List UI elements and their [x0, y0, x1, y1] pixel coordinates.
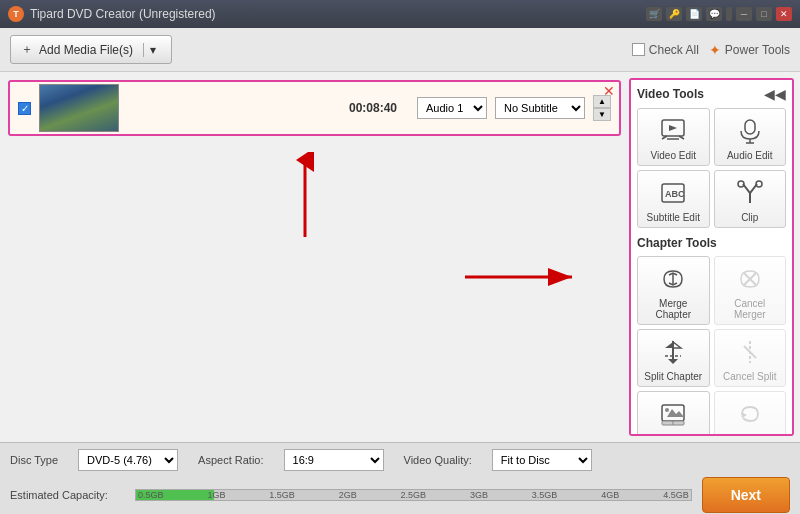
tick-5: 3GB: [470, 490, 488, 500]
video-tools-header: Video Tools ◀◀: [637, 86, 786, 102]
media-item: ✓ 00:08:40 Audio 1 No Subtitle ▲ ▼ ✕: [8, 80, 621, 136]
subtitle-edit-label: Subtitle Edit: [647, 212, 700, 223]
main-content: ＋ Add Media File(s) ▾ Check All ✦ Power …: [0, 28, 800, 514]
clip-label: Clip: [741, 212, 758, 223]
cancel-split-icon: [734, 336, 766, 368]
right-arrow-svg: [460, 267, 580, 287]
tools-collapse-button[interactable]: ◀◀: [764, 86, 786, 102]
capacity-bar: 0.5GB 1GB 1.5GB 2GB 2.5GB 3GB 3.5GB 4GB …: [135, 489, 692, 501]
close-button[interactable]: ✕: [776, 7, 792, 21]
doc-icon[interactable]: 📄: [686, 7, 702, 21]
toolbar: ＋ Add Media File(s) ▾ Check All ✦ Power …: [0, 28, 800, 72]
svg-rect-8: [745, 120, 755, 134]
split-chapter-label: Split Chapter: [644, 371, 702, 382]
tick-3: 2GB: [339, 490, 357, 500]
cancel-split-btn[interactable]: Cancel Split: [714, 329, 787, 387]
video-tools-grid: Video Edit Audio Edit: [637, 108, 786, 228]
thumbnail-setting-icon: [657, 398, 689, 430]
media-thumbnail: [39, 84, 119, 132]
add-icon: ＋: [21, 41, 33, 58]
minimize-button[interactable]: ─: [736, 7, 752, 21]
thumbnail-setting-label: Thumbnail Setting: [642, 433, 705, 436]
audio-edit-label: Audio Edit: [727, 150, 773, 161]
video-edit-btn[interactable]: Video Edit: [637, 108, 710, 166]
disc-type-label: Disc Type: [10, 454, 58, 466]
add-media-button[interactable]: ＋ Add Media File(s) ▾: [10, 35, 172, 64]
add-media-dropdown-arrow[interactable]: ▾: [143, 43, 161, 57]
video-edit-icon: [657, 115, 689, 147]
svg-marker-21: [673, 342, 681, 348]
reset-all-label: Reset All: [730, 433, 769, 436]
cancel-split-label: Cancel Split: [723, 371, 776, 382]
tools-panel: Video Tools ◀◀ Video Edit: [629, 78, 794, 436]
svg-point-28: [665, 408, 669, 412]
window-controls: 🛒 🔑 📄 💬 ─ □ ✕: [646, 7, 792, 21]
video-quality-select[interactable]: Fit to Disc: [492, 449, 592, 471]
reset-all-icon: [734, 398, 766, 430]
add-media-label: Add Media File(s): [39, 43, 133, 57]
capacity-label: Estimated Capacity:: [10, 489, 125, 501]
clip-btn[interactable]: Clip: [714, 170, 787, 228]
settings-row: Disc Type DVD-5 (4.76) Aspect Ratio: 16:…: [10, 449, 790, 471]
aspect-ratio-select[interactable]: 16:9: [284, 449, 384, 471]
media-close-button[interactable]: ✕: [603, 84, 615, 98]
audio-edit-btn[interactable]: Audio Edit: [714, 108, 787, 166]
merge-chapter-label: Merge Chapter: [642, 298, 705, 320]
media-down-button[interactable]: ▼: [593, 108, 611, 121]
svg-marker-31: [741, 412, 747, 418]
merge-chapter-icon: [657, 263, 689, 295]
aspect-ratio-label: Aspect Ratio:: [198, 454, 263, 466]
power-tools-label: Power Tools: [725, 43, 790, 57]
cancel-merger-label: Cancel Merger: [719, 298, 782, 320]
tick-6: 3.5GB: [532, 490, 558, 500]
svg-marker-27: [667, 409, 684, 417]
merge-chapter-btn[interactable]: Merge Chapter: [637, 256, 710, 325]
disc-type-select[interactable]: DVD-5 (4.76): [78, 449, 178, 471]
capacity-ticks: 0.5GB 1GB 1.5GB 2GB 2.5GB 3GB 3.5GB 4GB …: [136, 490, 691, 500]
check-all-checkbox[interactable]: [632, 43, 645, 56]
power-tools-icon: ✦: [709, 42, 721, 58]
app-icon: T: [8, 6, 24, 22]
svg-marker-23: [668, 359, 678, 364]
arrow-up-indicator: [295, 152, 315, 245]
split-chapter-icon: [657, 336, 689, 368]
split-chapter-btn[interactable]: Split Chapter: [637, 329, 710, 387]
tick-0: 0.5GB: [138, 490, 164, 500]
chapter-tools-grid: Merge Chapter Cancel Merger: [637, 256, 786, 436]
cancel-merger-btn[interactable]: Cancel Merger: [714, 256, 787, 325]
capacity-row: Estimated Capacity: 0.5GB 1GB 1.5GB 2GB …: [10, 477, 790, 513]
titlebar: T Tipard DVD Creator (Unregistered) 🛒 🔑 …: [0, 0, 800, 28]
media-item-checkbox[interactable]: ✓: [18, 102, 31, 115]
bottom-bar: Disc Type DVD-5 (4.76) Aspect Ratio: 16:…: [0, 442, 800, 514]
video-edit-label: Video Edit: [651, 150, 696, 161]
audio-select[interactable]: Audio 1: [417, 97, 487, 119]
subtitle-edit-icon: ABC: [657, 177, 689, 209]
audio-edit-icon: [734, 115, 766, 147]
thumbnail-image: [40, 85, 118, 131]
clip-icon: [734, 177, 766, 209]
subtitle-edit-btn[interactable]: ABC Subtitle Edit: [637, 170, 710, 228]
tick-4: 2.5GB: [401, 490, 427, 500]
video-tools-title: Video Tools: [637, 87, 704, 101]
arrow-right-indicator: [460, 267, 580, 290]
next-button[interactable]: Next: [702, 477, 790, 513]
check-all-control[interactable]: Check All: [632, 43, 699, 57]
media-duration: 00:08:40: [349, 101, 409, 115]
tick-8: 4.5GB: [663, 490, 689, 500]
cart-icon[interactable]: 🛒: [646, 7, 662, 21]
content-area: ✓ 00:08:40 Audio 1 No Subtitle ▲ ▼ ✕: [0, 72, 800, 442]
key-icon[interactable]: 🔑: [666, 7, 682, 21]
app-title: Tipard DVD Creator (Unregistered): [30, 7, 646, 21]
svg-text:ABC: ABC: [665, 189, 685, 199]
reset-all-btn[interactable]: Reset All: [714, 391, 787, 436]
chapter-tools-title: Chapter Tools: [637, 236, 786, 250]
chat-icon[interactable]: 💬: [706, 7, 722, 21]
up-arrow-svg: [295, 152, 315, 242]
tick-7: 4GB: [601, 490, 619, 500]
thumbnail-setting-btn[interactable]: Thumbnail Setting: [637, 391, 710, 436]
maximize-button[interactable]: □: [756, 7, 772, 21]
power-tools-button[interactable]: ✦ Power Tools: [709, 42, 790, 58]
svg-marker-20: [665, 342, 673, 348]
subtitle-select[interactable]: No Subtitle: [495, 97, 585, 119]
tick-2: 1.5GB: [269, 490, 295, 500]
